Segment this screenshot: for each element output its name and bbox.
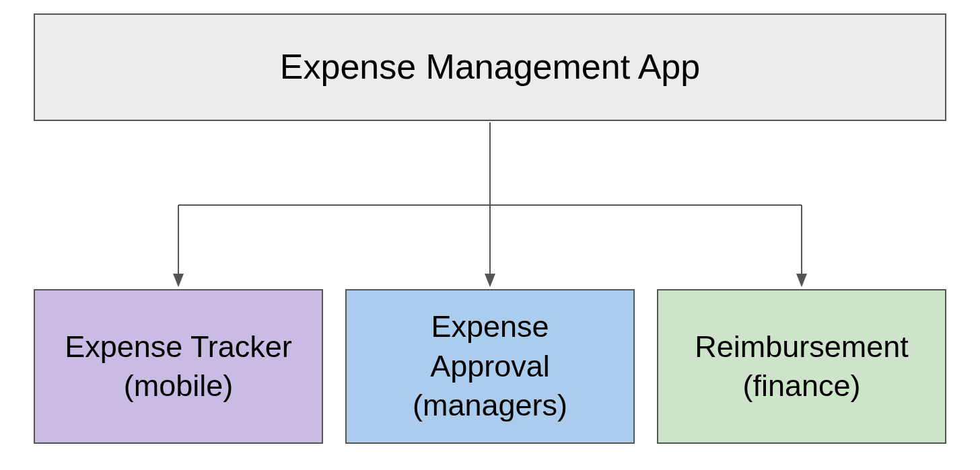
child-node-label: Reimbursement(finance)	[695, 327, 909, 406]
child-node-tracker: Expense Tracker(mobile)	[34, 289, 323, 444]
root-node: Expense Management App	[34, 13, 946, 121]
child-node-approval: ExpenseApproval(managers)	[345, 289, 635, 444]
root-node-label: Expense Management App	[280, 44, 700, 90]
child-node-label: ExpenseApproval(managers)	[413, 307, 567, 426]
child-node-reimbursement: Reimbursement(finance)	[657, 289, 946, 444]
child-node-label: Expense Tracker(mobile)	[65, 327, 292, 406]
